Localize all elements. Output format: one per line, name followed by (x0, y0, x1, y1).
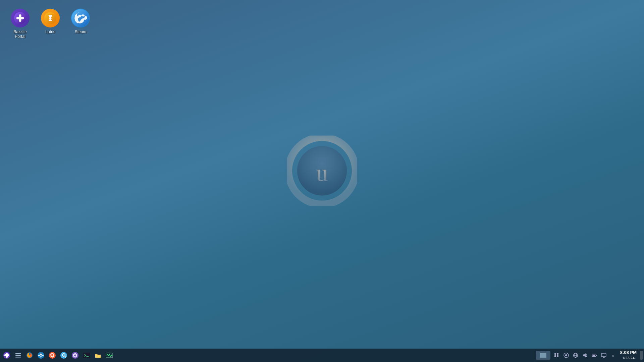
desktop-icon-lutris[interactable]: Lutris (37, 7, 64, 36)
steam-label: Steam (75, 29, 87, 34)
desktop-icon-steam[interactable]: Steam (67, 7, 94, 36)
tray-screen-icon[interactable] (599, 351, 608, 360)
taskbar-bazzite-svg (3, 352, 10, 359)
desktop-icons-container: Bazzite Portal (7, 7, 637, 41)
bazzite-portal-label: Bazzite Portal (9, 29, 32, 39)
show-desktop-button[interactable] (640, 351, 643, 360)
tray-audio-icon[interactable] (581, 351, 589, 360)
svg-rect-13 (15, 355, 21, 356)
tray-network-svg (573, 353, 578, 358)
ubuntu-u-letter: u (316, 160, 328, 186)
taskbar-nautilus-svg (94, 352, 102, 359)
steam-icon-svg (71, 9, 90, 27)
svg-rect-31 (554, 353, 556, 355)
taskbar: ∧ 8:08 PM 1/23/24 (0, 349, 644, 362)
tray-network-icon[interactable] (571, 351, 580, 360)
bazzite-portal-icon (11, 9, 30, 27)
svg-rect-34 (557, 355, 558, 357)
taskbar-appimage-svg (71, 352, 79, 359)
svg-rect-11 (4, 354, 9, 356)
desktop-icon-bazzite-portal[interactable]: Bazzite Portal (7, 7, 34, 41)
workspace-dot (540, 353, 546, 358)
clock-date: 1/23/24 (622, 356, 635, 360)
svg-point-18 (40, 355, 42, 356)
taskbar-clock[interactable]: 8:08 PM 1/23/24 (620, 350, 637, 360)
taskbar-icon-bazzite[interactable] (1, 350, 12, 361)
bazzite-icon-svg (14, 12, 26, 24)
svg-rect-43 (601, 353, 606, 357)
svg-rect-14 (15, 357, 21, 358)
svg-point-24 (60, 352, 67, 359)
svg-rect-41 (596, 355, 597, 356)
taskbar-icon-appimage[interactable] (70, 350, 80, 361)
tray-area: ∧ (552, 351, 618, 360)
taskbar-left (1, 350, 115, 361)
svg-rect-32 (557, 353, 558, 355)
taskbar-right: ∧ 8:08 PM 1/23/24 (536, 350, 643, 360)
taskbar-icon-monitor[interactable] (104, 350, 115, 361)
taskbar-terminal-svg (83, 352, 90, 359)
taskbar-firefox-svg (26, 352, 33, 359)
desktop: Bazzite Portal (0, 0, 644, 349)
taskbar-icon-files[interactable] (13, 350, 23, 361)
svg-rect-12 (15, 353, 21, 354)
tray-expand-icon[interactable]: ∧ (609, 351, 618, 360)
taskbar-icon-steam[interactable] (36, 350, 46, 361)
lutris-icon-svg (44, 12, 57, 24)
taskbar-icon-firefox[interactable] (24, 350, 35, 361)
lutris-label: Lutris (45, 29, 55, 34)
workspace-indicator[interactable] (536, 351, 550, 360)
taskbar-brave-svg (49, 352, 56, 359)
tray-steam-icon[interactable] (562, 351, 571, 360)
svg-rect-42 (592, 355, 595, 356)
taskbar-monitor-svg (106, 352, 113, 359)
taskbar-files-svg (15, 352, 21, 359)
tray-grid-icon[interactable] (552, 351, 561, 360)
taskbar-icon-terminal[interactable] (81, 350, 92, 361)
svg-rect-33 (554, 355, 556, 357)
tray-grid-svg (554, 353, 559, 358)
clock-time: 8:08 PM (620, 350, 637, 356)
svg-rect-5 (49, 20, 52, 21)
tray-screen-svg (601, 353, 606, 358)
svg-rect-28 (83, 353, 90, 358)
taskbar-icon-discover[interactable] (58, 350, 69, 361)
tray-steam-svg (564, 353, 569, 358)
ubuntu-logo-svg: u (287, 136, 357, 206)
svg-point-36 (565, 354, 567, 356)
steam-icon (71, 9, 90, 27)
ubuntu-logo: u (287, 136, 357, 206)
svg-rect-4 (49, 19, 51, 20)
lutris-icon (41, 9, 60, 27)
taskbar-icon-brave[interactable] (47, 350, 58, 361)
taskbar-icon-nautilus[interactable] (93, 350, 103, 361)
tray-battery-svg (592, 353, 597, 358)
svg-rect-2 (16, 17, 24, 19)
taskbar-steam-svg (37, 352, 45, 359)
tray-battery-icon[interactable] (590, 351, 599, 360)
tray-audio-svg (582, 353, 588, 358)
taskbar-discover-svg (60, 352, 67, 359)
